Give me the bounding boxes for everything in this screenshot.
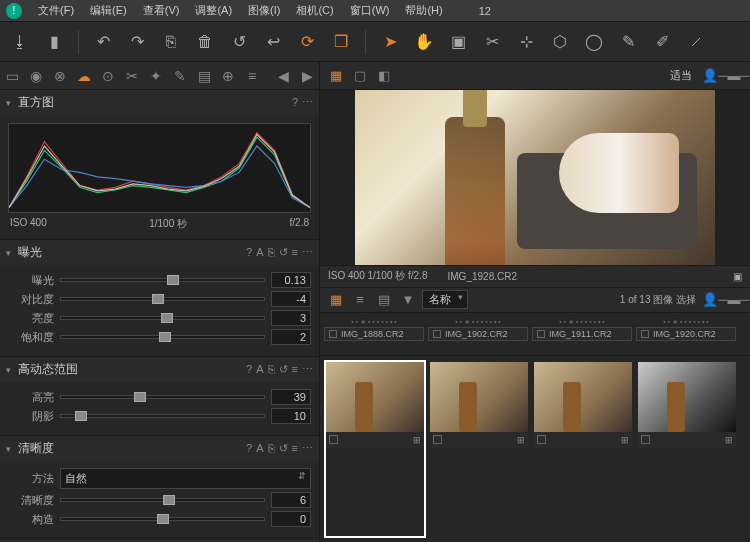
hand-icon[interactable]: ✋ bbox=[410, 28, 438, 56]
tab-exposure-icon[interactable]: ☁ bbox=[72, 64, 96, 88]
menu-icon[interactable]: ⋯ bbox=[302, 363, 313, 376]
menu-icon[interactable]: ⋯ bbox=[302, 442, 313, 455]
film-item[interactable]: • • ★ • • • • • • •IMG_1902.CR2 bbox=[428, 317, 528, 351]
help-icon[interactable]: ? bbox=[246, 442, 252, 455]
straighten-icon[interactable]: ⊹ bbox=[512, 28, 540, 56]
menu-item[interactable]: 图像(I) bbox=[240, 3, 288, 18]
film-item[interactable]: • • ★ • • • • • • •IMG_1920.CR2 bbox=[636, 317, 736, 351]
slider-track[interactable] bbox=[60, 278, 265, 282]
menu-item[interactable]: 相机(C) bbox=[288, 3, 341, 18]
filter-icon[interactable]: ▼ bbox=[398, 290, 418, 310]
reset-icon[interactable]: ↺ bbox=[279, 442, 288, 455]
menu-item[interactable]: 文件(F) bbox=[30, 3, 82, 18]
user-icon[interactable]: 👤 bbox=[700, 66, 720, 86]
slider-value[interactable]: 6 bbox=[271, 492, 311, 508]
slider-track[interactable] bbox=[60, 414, 265, 418]
method-select[interactable]: 自然 bbox=[60, 468, 311, 489]
slider-track[interactable] bbox=[60, 498, 265, 502]
redo-icon[interactable]: ↷ bbox=[123, 28, 151, 56]
tab-library-icon[interactable]: ▭ bbox=[0, 64, 24, 88]
reset-icon[interactable]: ↺ bbox=[225, 28, 253, 56]
import-icon[interactable]: ⭳ bbox=[6, 28, 34, 56]
slider-value[interactable]: 0 bbox=[271, 511, 311, 527]
list-view-icon[interactable]: ≡ bbox=[350, 290, 370, 310]
tab-color-icon[interactable]: ⊗ bbox=[48, 64, 72, 88]
slider-value[interactable]: 39 bbox=[271, 389, 311, 405]
revert-icon[interactable]: ↩ bbox=[259, 28, 287, 56]
auto-icon[interactable]: A bbox=[256, 246, 263, 259]
user-icon[interactable]: 👤 bbox=[700, 290, 720, 310]
menu-item[interactable]: 查看(V) bbox=[135, 3, 188, 18]
section-header-clarity[interactable]: ▾ 清晰度 ?A⎘↺≡⋯ bbox=[0, 436, 319, 461]
single-view-icon[interactable]: ▢ bbox=[350, 66, 370, 86]
slider-track[interactable] bbox=[60, 395, 265, 399]
thumbnail[interactable]: ⊞ bbox=[326, 362, 424, 537]
tab-lens-icon[interactable]: ⊙ bbox=[96, 64, 120, 88]
tab-details-icon[interactable]: ✦ bbox=[144, 64, 168, 88]
slider-value[interactable]: 10 bbox=[271, 408, 311, 424]
film-item[interactable]: • • ★ • • • • • • •IMG_1911.CR2 bbox=[532, 317, 632, 351]
tether-icon[interactable]: ▮ bbox=[40, 28, 68, 56]
picker-icon[interactable]: ✐ bbox=[648, 28, 676, 56]
reset-icon[interactable]: ↺ bbox=[279, 246, 288, 259]
slider-track[interactable] bbox=[60, 316, 265, 320]
multi-view-icon[interactable]: ◧ bbox=[374, 66, 394, 86]
menu-item[interactable]: 窗口(W) bbox=[342, 3, 398, 18]
tab-meta-icon[interactable]: ▤ bbox=[192, 64, 216, 88]
section-header-histogram[interactable]: ▾ 直方图 ?⋯ bbox=[0, 90, 319, 115]
slider-track[interactable] bbox=[60, 517, 265, 521]
slider-track[interactable] bbox=[60, 297, 265, 301]
tab-output-icon[interactable]: ⊕ bbox=[216, 64, 240, 88]
slider-value[interactable]: -4 bbox=[271, 291, 311, 307]
tab-capture-icon[interactable]: ◉ bbox=[24, 64, 48, 88]
copy-icon[interactable]: ⎘ bbox=[157, 28, 185, 56]
auto-icon[interactable]: A bbox=[256, 363, 263, 376]
adjust-icon[interactable]: ⟋ bbox=[682, 28, 710, 56]
film-item[interactable]: • • ★ • • • • • • •IMG_1888.CR2 bbox=[324, 317, 424, 351]
slider-value[interactable]: 2 bbox=[271, 329, 311, 345]
loupe-icon[interactable]: ▣ bbox=[444, 28, 472, 56]
keystone-icon[interactable]: ⬡ bbox=[546, 28, 574, 56]
variants-icon[interactable]: ❐ bbox=[327, 28, 355, 56]
menu-icon[interactable]: ⋯ bbox=[302, 96, 313, 109]
menu-icon[interactable]: ⋯ bbox=[302, 246, 313, 259]
undo-icon[interactable]: ↶ bbox=[89, 28, 117, 56]
section-header-hdr[interactable]: ▾ 高动态范围 ?A⎘↺≡⋯ bbox=[0, 357, 319, 382]
tab-local-icon[interactable]: ✎ bbox=[168, 64, 192, 88]
section-header-exposure[interactable]: ▾ 曝光 ?A⎘↺≡⋯ bbox=[0, 240, 319, 265]
menu-item[interactable]: 编辑(E) bbox=[82, 3, 135, 18]
copy-icon[interactable]: ⎘ bbox=[268, 246, 275, 259]
help-icon[interactable]: ? bbox=[246, 246, 252, 259]
proof-icon[interactable]: ▣ bbox=[733, 271, 742, 282]
menu-item[interactable]: 调整(A) bbox=[187, 3, 240, 18]
preset-icon[interactable]: ≡ bbox=[292, 442, 298, 455]
copy-icon[interactable]: ⎘ bbox=[268, 363, 275, 376]
auto-icon[interactable]: A bbox=[256, 442, 263, 455]
preset-icon[interactable]: ≡ bbox=[292, 246, 298, 259]
slider-value[interactable]: 3 bbox=[271, 310, 311, 326]
slider-track[interactable] bbox=[60, 335, 265, 339]
cursor-icon[interactable]: ➤ bbox=[376, 28, 404, 56]
crop-icon[interactable]: ✂ bbox=[478, 28, 506, 56]
rotate-icon[interactable]: ⟳ bbox=[293, 28, 321, 56]
tab-crop-icon[interactable]: ✂ bbox=[120, 64, 144, 88]
thumbnail[interactable]: ⊞ bbox=[534, 362, 632, 537]
grid-view-icon[interactable]: ▦ bbox=[326, 66, 346, 86]
tab-batch-icon[interactable]: ≡ bbox=[240, 64, 264, 88]
help-icon[interactable]: ? bbox=[246, 363, 252, 376]
zoom-track[interactable]: ─▬─ bbox=[724, 66, 744, 86]
copy-icon[interactable]: ⎘ bbox=[268, 442, 275, 455]
size-slider[interactable]: ─▬─ bbox=[724, 290, 744, 310]
brush-icon[interactable]: ✎ bbox=[614, 28, 642, 56]
image-viewer[interactable] bbox=[320, 90, 750, 265]
tab-next-icon[interactable]: ▶ bbox=[295, 64, 319, 88]
reset-icon[interactable]: ↺ bbox=[279, 363, 288, 376]
preset-icon[interactable]: ≡ bbox=[292, 363, 298, 376]
trash-icon[interactable]: 🗑 bbox=[191, 28, 219, 56]
sort-select[interactable]: 名称 bbox=[422, 290, 468, 309]
slider-value[interactable]: 0.13 bbox=[271, 272, 311, 288]
thumbnail[interactable]: ⊞ bbox=[430, 362, 528, 537]
thumbnail[interactable]: ⊞ bbox=[638, 362, 736, 537]
thumb-view-icon[interactable]: ▦ bbox=[326, 290, 346, 310]
help-icon[interactable]: ? bbox=[292, 96, 298, 109]
